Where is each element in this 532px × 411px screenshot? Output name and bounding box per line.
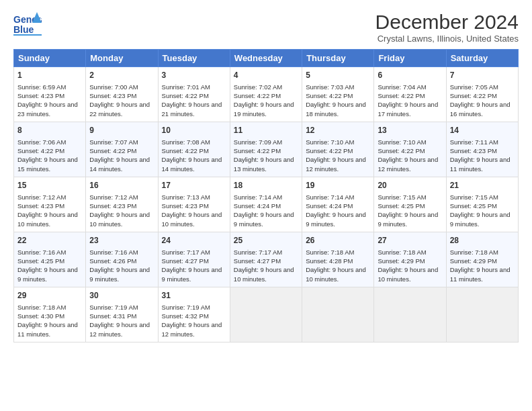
sunset-label: Sunset: 4:31 PM — [89, 312, 136, 320]
calendar-cell: 27Sunrise: 7:18 AMSunset: 4:29 PMDayligh… — [374, 232, 446, 287]
sunrise-label: Sunrise: 7:12 AM — [89, 193, 138, 201]
day-number: 14 — [450, 125, 515, 136]
sunrise-label: Sunrise: 7:18 AM — [378, 248, 426, 256]
calendar-cell: 30Sunrise: 7:19 AMSunset: 4:31 PMDayligh… — [86, 287, 158, 342]
sunset-label: Sunset: 4:27 PM — [234, 257, 281, 265]
calendar-cell: 2Sunrise: 7:00 AMSunset: 4:23 PMDaylight… — [86, 67, 158, 122]
sunrise-label: Sunrise: 6:59 AM — [17, 83, 66, 91]
sunset-label: Sunset: 4:23 PM — [89, 202, 136, 210]
sunrise-label: Sunrise: 7:10 AM — [378, 138, 426, 146]
calendar-table: Sunday Monday Tuesday Wednesday Thursday… — [13, 49, 519, 342]
daylight-label: Daylight: 9 hours and 12 minutes. — [378, 156, 438, 172]
sunset-label: Sunset: 4:23 PM — [162, 202, 209, 210]
calendar-cell: 15Sunrise: 7:12 AMSunset: 4:23 PMDayligh… — [14, 177, 86, 232]
day-number: 24 — [162, 235, 226, 246]
day-number: 11 — [234, 125, 298, 136]
logo-icon: General Blue — [13, 11, 42, 36]
calendar-header-row: Sunday Monday Tuesday Wednesday Thursday… — [14, 50, 519, 67]
sunrise-label: Sunrise: 7:15 AM — [378, 193, 426, 201]
daylight-label: Daylight: 9 hours and 9 minutes. — [89, 266, 150, 282]
sunset-label: Sunset: 4:22 PM — [378, 147, 425, 154]
day-number: 23 — [89, 235, 154, 246]
sunset-label: Sunset: 4:32 PM — [162, 312, 209, 320]
sunset-label: Sunset: 4:25 PM — [450, 202, 497, 210]
daylight-label: Daylight: 9 hours and 15 minutes. — [17, 156, 78, 172]
month-title: December 2024 — [375, 11, 519, 34]
calendar-cell: 19Sunrise: 7:14 AMSunset: 4:24 PMDayligh… — [302, 177, 374, 232]
sunset-label: Sunset: 4:22 PM — [234, 147, 281, 154]
sunrise-label: Sunrise: 7:19 AM — [89, 304, 138, 311]
calendar-cell: 7Sunrise: 7:05 AMSunset: 4:22 PMDaylight… — [446, 67, 518, 122]
daylight-label: Daylight: 9 hours and 11 minutes. — [450, 266, 511, 282]
sunrise-label: Sunrise: 7:04 AM — [378, 83, 426, 91]
calendar-cell: 6Sunrise: 7:04 AMSunset: 4:22 PMDaylight… — [374, 67, 446, 122]
day-number: 19 — [306, 180, 370, 191]
day-number: 6 — [378, 70, 442, 81]
col-tuesday: Tuesday — [158, 50, 230, 67]
day-number: 22 — [17, 235, 82, 246]
calendar-cell: 23Sunrise: 7:16 AMSunset: 4:26 PMDayligh… — [86, 232, 158, 287]
calendar-cell: 22Sunrise: 7:16 AMSunset: 4:25 PMDayligh… — [14, 232, 86, 287]
daylight-label: Daylight: 9 hours and 10 minutes. — [89, 211, 150, 227]
day-number: 25 — [234, 235, 298, 246]
sunset-label: Sunset: 4:30 PM — [17, 312, 64, 320]
sunset-label: Sunset: 4:22 PM — [306, 92, 353, 99]
day-number: 1 — [17, 70, 82, 81]
day-number: 12 — [306, 125, 370, 136]
sunset-label: Sunset: 4:23 PM — [450, 147, 497, 154]
calendar-cell: 13Sunrise: 7:10 AMSunset: 4:22 PMDayligh… — [374, 122, 446, 177]
sunrise-label: Sunrise: 7:05 AM — [450, 83, 498, 91]
daylight-label: Daylight: 9 hours and 16 minutes. — [450, 101, 511, 117]
calendar-cell: 8Sunrise: 7:06 AMSunset: 4:22 PMDaylight… — [14, 122, 86, 177]
day-number: 27 — [378, 235, 442, 246]
logo: General Blue — [13, 11, 42, 36]
sunset-label: Sunset: 4:28 PM — [306, 257, 353, 265]
sunrise-label: Sunrise: 7:03 AM — [306, 83, 354, 91]
daylight-label: Daylight: 9 hours and 19 minutes. — [234, 101, 294, 117]
daylight-label: Daylight: 9 hours and 14 minutes. — [89, 156, 150, 172]
location: Crystal Lawns, Illinois, United States — [375, 34, 519, 44]
daylight-label: Daylight: 9 hours and 9 minutes. — [450, 211, 511, 227]
sunset-label: Sunset: 4:29 PM — [378, 257, 425, 265]
day-number: 26 — [306, 235, 370, 246]
sunset-label: Sunset: 4:23 PM — [17, 202, 64, 210]
day-number: 29 — [17, 290, 82, 302]
sunrise-label: Sunrise: 7:14 AM — [234, 193, 282, 201]
sunrise-label: Sunrise: 7:00 AM — [89, 83, 138, 91]
col-friday: Friday — [374, 50, 446, 67]
calendar-cell: 28Sunrise: 7:18 AMSunset: 4:29 PMDayligh… — [446, 232, 518, 287]
page-header: General Blue December 2024 Crystal Lawns… — [13, 11, 519, 44]
sunrise-label: Sunrise: 7:01 AM — [162, 83, 210, 91]
sunset-label: Sunset: 4:22 PM — [17, 147, 64, 154]
sunrise-label: Sunrise: 7:16 AM — [17, 248, 66, 256]
day-number: 13 — [378, 125, 442, 136]
sunrise-label: Sunrise: 7:17 AM — [162, 248, 210, 256]
day-number: 9 — [89, 125, 154, 136]
sunrise-label: Sunrise: 7:02 AM — [234, 83, 282, 91]
col-wednesday: Wednesday — [230, 50, 302, 67]
day-number: 16 — [89, 180, 154, 191]
daylight-label: Daylight: 9 hours and 13 minutes. — [234, 156, 294, 172]
daylight-label: Daylight: 9 hours and 9 minutes. — [17, 266, 78, 282]
sunset-label: Sunset: 4:22 PM — [162, 92, 209, 99]
calendar-cell: 3Sunrise: 7:01 AMSunset: 4:22 PMDaylight… — [158, 67, 230, 122]
sunset-label: Sunset: 4:26 PM — [89, 257, 136, 265]
daylight-label: Daylight: 9 hours and 12 minutes. — [162, 321, 222, 337]
daylight-label: Daylight: 9 hours and 10 minutes. — [162, 211, 222, 227]
sunset-label: Sunset: 4:22 PM — [306, 147, 353, 154]
calendar-cell — [302, 287, 374, 342]
sunrise-label: Sunrise: 7:18 AM — [450, 248, 498, 256]
daylight-label: Daylight: 9 hours and 9 minutes. — [378, 211, 438, 227]
daylight-label: Daylight: 9 hours and 12 minutes. — [89, 321, 150, 337]
day-number: 21 — [450, 180, 515, 191]
title-block: December 2024 Crystal Lawns, Illinois, U… — [375, 11, 519, 44]
col-monday: Monday — [86, 50, 158, 67]
day-number: 28 — [450, 235, 515, 246]
day-number: 18 — [234, 180, 298, 191]
daylight-label: Daylight: 9 hours and 10 minutes. — [378, 266, 438, 282]
sunset-label: Sunset: 4:23 PM — [89, 92, 136, 99]
calendar-cell: 1Sunrise: 6:59 AMSunset: 4:23 PMDaylight… — [14, 67, 86, 122]
sunrise-label: Sunrise: 7:06 AM — [17, 138, 66, 146]
calendar-cell: 5Sunrise: 7:03 AMSunset: 4:22 PMDaylight… — [302, 67, 374, 122]
daylight-label: Daylight: 9 hours and 14 minutes. — [162, 156, 222, 172]
